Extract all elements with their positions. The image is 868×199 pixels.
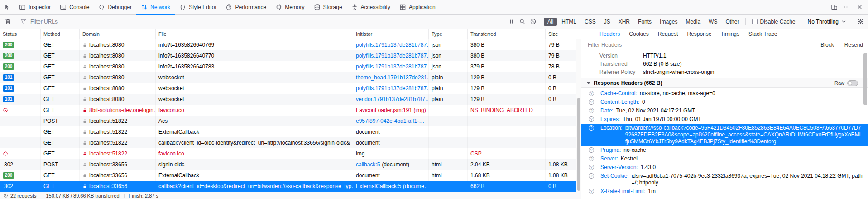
initiator-link[interactable]: polyfills.1791b137de281b787… bbox=[356, 42, 429, 48]
detail-tab-response[interactable]: Response bbox=[682, 29, 716, 39]
initiator-link[interactable]: ExternalCallback:5 bbox=[356, 183, 401, 189]
filter-other[interactable]: Other bbox=[722, 18, 743, 26]
initiator-link[interactable]: e957f897-042e-4ba1-aff1-… bbox=[356, 118, 424, 124]
performance-analysis-icon[interactable] bbox=[3, 193, 8, 198]
initiator-link[interactable]: polyfills.1791b137de281b787… bbox=[356, 85, 429, 92]
close-devtools-button[interactable] bbox=[854, 2, 865, 13]
initiator-link[interactable]: polyfills.1791b137de281b787… bbox=[356, 63, 429, 70]
tab-console[interactable]: Console bbox=[55, 0, 94, 14]
table-row[interactable]: 200GETlocalhost:8080info?t=1635826640769… bbox=[0, 39, 576, 50]
request-blocking-button[interactable] bbox=[528, 16, 539, 27]
filter-fonts[interactable]: Fonts bbox=[634, 18, 655, 26]
header-row[interactable]: ?Server:Kestrel bbox=[581, 155, 868, 163]
table-row[interactable]: 302POSTlocalhost:33656signin-oidccallbac… bbox=[0, 159, 576, 170]
table-row[interactable]: GET8bit-solutions-dev.onelogin…favicon.i… bbox=[0, 105, 576, 116]
detail-tab-request[interactable]: Request bbox=[653, 29, 683, 39]
details-scrollbar-thumb[interactable] bbox=[863, 53, 867, 105]
table-row[interactable]: 200GETlocalhost:8080info?t=1635826640783… bbox=[0, 61, 576, 72]
raw-toggle[interactable] bbox=[847, 80, 858, 86]
header-row[interactable]: ?Pragma:no-cache bbox=[581, 146, 868, 155]
filter-js[interactable]: JS bbox=[600, 18, 614, 26]
tab-debugger[interactable]: Debugger bbox=[94, 0, 136, 14]
vertical-scrollbar[interactable] bbox=[576, 39, 581, 192]
detail-tab-headers[interactable]: Headers bbox=[595, 29, 624, 39]
column-header-type[interactable]: Type bbox=[429, 29, 468, 39]
pause-recording-button[interactable] bbox=[506, 16, 517, 27]
filter-css[interactable]: CSS bbox=[581, 18, 599, 26]
throttling-dropdown[interactable]: No Throttling bbox=[804, 18, 851, 25]
response-headers-section[interactable]: Response Headers (662 B) Raw bbox=[581, 78, 868, 88]
block-button[interactable]: Block bbox=[815, 39, 839, 50]
column-header-domain[interactable]: Domain bbox=[80, 29, 156, 39]
filter-urls-input[interactable] bbox=[29, 18, 504, 25]
tab-accessibility[interactable]: Accessibility bbox=[347, 0, 395, 14]
header-row[interactable]: ?Content-Length:0 bbox=[581, 98, 868, 107]
tab-memory[interactable]: Memory bbox=[271, 0, 309, 14]
filter-html[interactable]: HTML bbox=[558, 18, 580, 26]
initiator-cell: theme_head.1791b137de281… bbox=[353, 72, 429, 83]
column-header-status[interactable]: Status bbox=[0, 29, 41, 39]
disable-cache-option[interactable]: Disable Cache bbox=[752, 19, 795, 25]
filter-ws[interactable]: WS bbox=[705, 18, 721, 26]
table-row[interactable]: GETlocalhost:51822favicon.icoimgCSP bbox=[0, 148, 576, 159]
initiator-link[interactable]: callback:5 bbox=[356, 161, 380, 168]
tab-style-editor[interactable]: Style Editor bbox=[175, 0, 221, 14]
filter-images[interactable]: Images bbox=[656, 18, 681, 26]
clear-requests-button[interactable] bbox=[2, 16, 13, 27]
column-header-initiator[interactable]: Initiator bbox=[353, 29, 429, 39]
header-row[interactable]: ?Set-Cookie:idsrv=adf6cba1-7075-402b-9ec… bbox=[581, 172, 868, 187]
disable-cache-checkbox[interactable] bbox=[752, 19, 758, 24]
initiator-link[interactable]: vendor.1791b137de281b787… bbox=[356, 96, 429, 102]
help-icon[interactable]: ? bbox=[589, 189, 594, 194]
help-icon[interactable]: ? bbox=[589, 91, 594, 96]
scrollbar-thumb[interactable] bbox=[577, 98, 580, 191]
tab-inspector[interactable]: Inspector bbox=[14, 0, 55, 14]
table-row[interactable]: 101GETlocalhost:8080websocketpolyfills.1… bbox=[0, 83, 576, 94]
header-row[interactable]: ?Expires:Thu, 01 Jan 1970 00:00:00 GMT bbox=[581, 115, 868, 124]
filter-xhr[interactable]: XHR bbox=[615, 18, 633, 26]
table-row[interactable]: 101GETlocalhost:8080websocketvendor.1791… bbox=[0, 94, 576, 105]
table-row[interactable]: 200GETlocalhost:33656ExternalCallbackdoc… bbox=[0, 170, 576, 181]
responsive-design-button[interactable] bbox=[828, 2, 840, 13]
initiator-link[interactable]: polyfills.1791b137de281b787… bbox=[356, 53, 429, 59]
help-icon[interactable]: ? bbox=[589, 156, 594, 161]
help-icon[interactable]: ? bbox=[589, 147, 594, 153]
network-settings-button[interactable] bbox=[855, 16, 866, 27]
column-header-size[interactable]: Size bbox=[546, 29, 576, 39]
header-row[interactable]: ?Location:bitwarden://sso-callback?code=… bbox=[581, 124, 868, 146]
filter-all[interactable]: All bbox=[544, 18, 557, 26]
meatball-menu-button[interactable] bbox=[841, 2, 853, 13]
detail-tab-cookies[interactable]: Cookies bbox=[624, 29, 653, 39]
detail-tab-stack-trace[interactable]: Stack Trace bbox=[744, 29, 782, 39]
detail-tab-timings[interactable]: Timings bbox=[716, 29, 744, 39]
column-header-method[interactable]: Method bbox=[41, 29, 80, 39]
column-header-file[interactable]: File bbox=[156, 29, 353, 39]
table-row[interactable]: 101GETlocalhost:8080websockettheme_head.… bbox=[0, 72, 576, 83]
tab-storage[interactable]: Storage bbox=[309, 0, 347, 14]
search-button[interactable] bbox=[517, 16, 528, 27]
help-icon[interactable]: ? bbox=[589, 99, 594, 105]
column-header-transferred[interactable]: Transferred bbox=[468, 29, 546, 39]
tab-performance[interactable]: Performance bbox=[221, 0, 271, 14]
table-row[interactable]: 302GETlocalhost:33656callback?client_id=… bbox=[0, 181, 576, 192]
help-icon[interactable]: ? bbox=[589, 108, 594, 113]
help-icon[interactable]: ? bbox=[589, 116, 594, 122]
header-row[interactable]: ?Date:Tue, 02 Nov 2021 04:17:21 GMT bbox=[581, 107, 868, 115]
table-row[interactable]: GETlocalhost:51822callback?client_id=oid… bbox=[0, 137, 576, 148]
table-row[interactable]: GETlocalhost:51822ExternalCallbackdocume… bbox=[0, 126, 576, 137]
filter-media[interactable]: Media bbox=[682, 18, 704, 26]
filter-headers-input[interactable] bbox=[581, 39, 815, 50]
header-row[interactable]: ?X-Rate-Limit-Limit:1m bbox=[581, 187, 868, 196]
tab-application[interactable]: Application bbox=[395, 0, 440, 14]
element-picker-button[interactable] bbox=[0, 0, 14, 14]
help-icon[interactable]: ? bbox=[589, 165, 594, 170]
header-row[interactable]: ?Server-Version:1.43.0 bbox=[581, 163, 868, 172]
help-icon[interactable]: ? bbox=[589, 173, 594, 179]
header-row[interactable]: ?Cache-Control:no-store, no-cache, max-a… bbox=[581, 89, 868, 98]
table-row[interactable]: POSTlocalhost:51822Acse957f897-042e-4ba1… bbox=[0, 116, 576, 126]
tab-network[interactable]: Network bbox=[136, 0, 175, 14]
resend-button[interactable]: Resend bbox=[839, 39, 868, 50]
initiator-link[interactable]: theme_head.1791b137de281… bbox=[356, 74, 429, 81]
table-row[interactable]: 200GETlocalhost:8080info?t=1635826640770… bbox=[0, 50, 576, 61]
help-icon[interactable]: ? bbox=[589, 125, 594, 131]
